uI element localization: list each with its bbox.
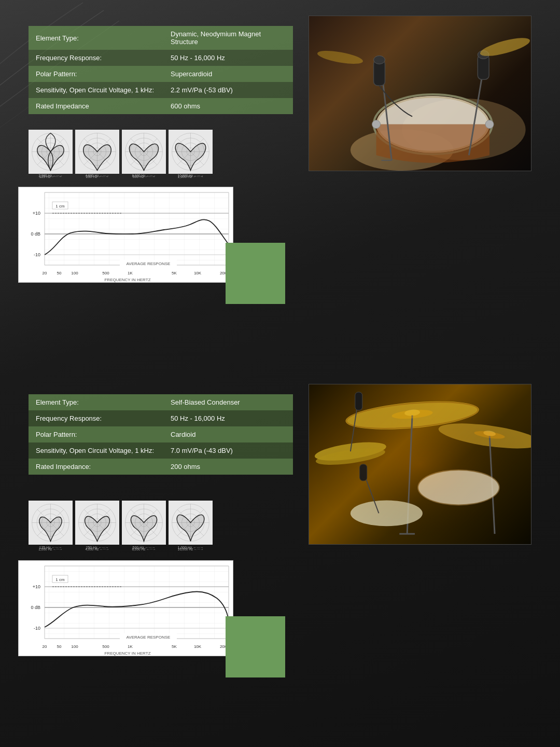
- spec-value: 7.0 mV/Pa (-43 dBV): [163, 442, 293, 459]
- spec-value: 50 Hz - 16,000 Hz: [163, 410, 293, 426]
- svg-text:0 dB: 0 dB: [31, 231, 40, 237]
- svg-point-15: [316, 48, 363, 66]
- polar-freq-labels-2: 2,000 Hz ←···→ 4,000 Hz ←···→ 8,000 Hz ←…: [29, 547, 213, 551]
- polar-s2-4: 1,000 Hz ←···→: [169, 501, 213, 549]
- spec-value: Cardioid: [163, 426, 293, 442]
- svg-point-12: [485, 120, 494, 129]
- svg-text:1K: 1K: [128, 271, 133, 275]
- spec-value: Supercardioid: [163, 66, 293, 82]
- spec-value: Self-Biased Condenser: [163, 394, 293, 410]
- svg-text:1 cm: 1 cm: [55, 204, 65, 209]
- spec-row-1-1: Frequency Response: 50 Hz - 16,000 Hz: [29, 50, 293, 66]
- svg-text:FREQUENCY IN HERTZ: FREQUENCY IN HERTZ: [104, 278, 150, 282]
- spec-label: Sensitivity, Open Circuit Voltage, 1 kHz…: [29, 442, 163, 459]
- svg-rect-52: [45, 192, 229, 265]
- polar-freq-labels-1: 2,000 Hz ←···→ 4,000 Hz ←···→ 8,000 Hz ←…: [29, 174, 213, 177]
- polar-patterns-1: 125 Hz ←···→ 250 Hz ←···→: [29, 130, 213, 178]
- svg-text:AVERAGE RESPONSE: AVERAGE RESPONSE: [127, 635, 171, 640]
- spec-row-1-2: Polar Pattern: Supercardioid: [29, 66, 293, 82]
- svg-text:20: 20: [43, 644, 47, 649]
- svg-text:FREQUENCY IN HERTZ: FREQUENCY IN HERTZ: [104, 651, 150, 656]
- product-photo-2: [309, 384, 531, 545]
- svg-text:500: 500: [102, 644, 109, 649]
- freq-chart-2: +10 0 dB -10 1 cm AVERAGE RESPONSE 20 50…: [18, 560, 233, 656]
- specs-table-2: Element Type: Self-Biased Condenser Freq…: [29, 394, 293, 475]
- spec-row-2-3: Sensitivity, Open Circuit Voltage, 1 kHz…: [29, 442, 293, 459]
- svg-rect-96: [309, 384, 530, 544]
- svg-text:-10: -10: [34, 252, 40, 257]
- spec-label: Sensitivity, Open Circuit Voltage, 1 kHz…: [29, 82, 163, 98]
- polar-2: 250 Hz ←···→: [75, 130, 119, 178]
- svg-text:1K: 1K: [128, 644, 133, 649]
- product-photo-1: [309, 16, 531, 171]
- spec-value: 200 ohms: [163, 459, 293, 475]
- spec-row-1-0: Element Type: Dynamic, Neodymium Magnet …: [29, 26, 293, 50]
- freq-chart-1: +10 0 dB -10 1 cm AVERAGE RESPONSE 20 50…: [18, 187, 233, 283]
- spec-value: 600 ohms: [163, 98, 293, 114]
- svg-text:+10: +10: [33, 584, 40, 589]
- svg-point-14: [479, 34, 531, 60]
- polar-s2-1: 125 Hz ←···→: [29, 501, 73, 549]
- spec-label: Element Type:: [29, 394, 163, 410]
- svg-text:+10: +10: [33, 211, 40, 216]
- svg-text:50: 50: [57, 271, 62, 275]
- svg-text:AVERAGE RESPONSE: AVERAGE RESPONSE: [127, 261, 171, 266]
- polar-s2-3: 500 Hz ←···→: [122, 501, 166, 549]
- spec-label: Rated Impedance:: [29, 459, 163, 475]
- polar-4: 1,000 Hz ←···→: [169, 130, 213, 178]
- svg-point-8: [374, 56, 385, 64]
- spec-row-2-2: Polar Pattern: Cardioid: [29, 426, 293, 442]
- spec-label: Frequency Response:: [29, 50, 163, 66]
- svg-text:100: 100: [71, 644, 78, 649]
- spec-value: Dynamic, Neodymium Magnet Structure: [163, 26, 293, 50]
- svg-text:5K: 5K: [172, 271, 177, 275]
- spec-value: 2.2 mV/Pa (-53 dBV): [163, 82, 293, 98]
- spec-row-2-4: Rated Impedance: 200 ohms: [29, 459, 293, 475]
- polar-s2-2: 250 Hz ←···→: [75, 501, 119, 549]
- spec-row-2-0: Element Type: Self-Biased Condenser: [29, 394, 293, 410]
- spec-value: 50 Hz - 16,000 Hz: [163, 50, 293, 66]
- svg-text:100: 100: [71, 271, 78, 275]
- green-square-2: [226, 616, 285, 677]
- spec-row-2-1: Frequency Response: 50 Hz - 16,000 Hz: [29, 410, 293, 426]
- svg-text:1 cm: 1 cm: [55, 577, 65, 582]
- spec-label: Polar Pattern:: [29, 66, 163, 82]
- spec-label: Frequency Response:: [29, 410, 163, 426]
- spec-label: Rated Impedance: [29, 98, 163, 114]
- polar-patterns-2: 125 Hz ←···→ 250 Hz ←···→: [29, 501, 213, 549]
- specs-table-1: Element Type: Dynamic, Neodymium Magnet …: [29, 26, 293, 114]
- svg-text:-10: -10: [34, 626, 40, 631]
- spec-label: Element Type:: [29, 26, 163, 50]
- polar-1: 125 Hz ←···→: [29, 130, 73, 178]
- svg-text:10K: 10K: [194, 644, 202, 649]
- svg-text:0 dB: 0 dB: [31, 605, 40, 610]
- svg-text:10K: 10K: [194, 271, 202, 275]
- svg-text:20: 20: [43, 271, 47, 275]
- spec-label: Polar Pattern:: [29, 426, 163, 442]
- spec-row-1-3: Sensitivity, Open Circuit Voltage, 1 kHz…: [29, 82, 293, 98]
- svg-text:5K: 5K: [172, 644, 177, 649]
- svg-rect-133: [45, 566, 229, 639]
- svg-point-13: [372, 120, 381, 129]
- svg-text:500: 500: [102, 271, 109, 275]
- svg-text:50: 50: [57, 644, 62, 649]
- polar-3: 500 Hz ←···→: [122, 130, 166, 178]
- spec-row-1-4: Rated Impedance 600 ohms: [29, 98, 293, 114]
- green-square-1: [226, 243, 285, 304]
